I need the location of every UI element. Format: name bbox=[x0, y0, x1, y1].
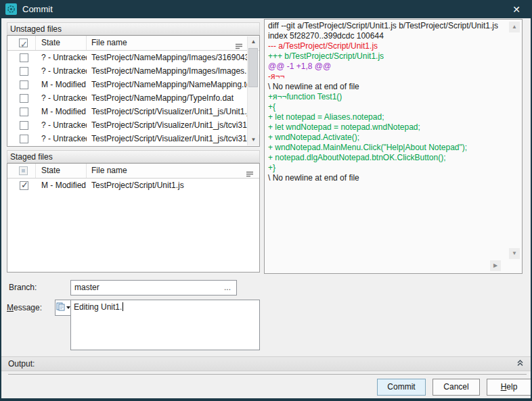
file-state: ? - Untracked bbox=[36, 93, 87, 103]
sort-icon[interactable] bbox=[236, 40, 243, 54]
select-all-checkbox[interactable] bbox=[19, 166, 28, 175]
table-row[interactable]: M - ModifiedTestProject/Script/Visualize… bbox=[7, 105, 247, 118]
diff-line: --- a/TestProject/Script/Unit1.js bbox=[268, 41, 518, 51]
diff-line: + wndNotepad.MainMenu.Click("Help|About … bbox=[268, 143, 518, 153]
file-name: TestProject/Script/Visualizer/Unit1_js/t… bbox=[87, 134, 247, 143]
chevron-down-icon bbox=[66, 306, 70, 309]
column-header-state[interactable]: State bbox=[36, 36, 87, 50]
diff-line: + wndNotepad.Activate(); bbox=[268, 133, 518, 143]
branch-value: master bbox=[74, 281, 99, 295]
sort-icon[interactable] bbox=[246, 168, 254, 182]
file-name: TestProject/NameMapping/TypeInfo.dat bbox=[87, 93, 247, 103]
message-template-button[interactable] bbox=[55, 300, 71, 316]
diff-line: +я¬¬function Test1() bbox=[268, 92, 518, 102]
staged-section-label: Staged files bbox=[7, 150, 260, 163]
file-name: TestProject/Script/Visualizer/Unit1_js/t… bbox=[87, 120, 247, 130]
diff-line: \ No newline at end of file bbox=[268, 173, 518, 183]
divider bbox=[8, 374, 527, 375]
file-state: M - Modified bbox=[36, 181, 87, 190]
collapse-chevron-icon[interactable] bbox=[516, 359, 524, 369]
column-header-file[interactable]: File name bbox=[87, 36, 259, 50]
row-checkbox[interactable] bbox=[20, 80, 28, 89]
row-checkbox[interactable] bbox=[20, 108, 28, 116]
file-state: M - Modified bbox=[36, 80, 87, 89]
diff-scroll-right-icon[interactable]: ▶ bbox=[490, 260, 501, 271]
table-row[interactable]: ? - UntrackedTestProject/Script/Visualiz… bbox=[7, 118, 247, 132]
diff-line: + notepad.dlgAboutNotepad.btnOK.ClickBut… bbox=[268, 153, 518, 163]
diff-scroll-down-icon[interactable]: ▼ bbox=[509, 248, 520, 259]
table-row[interactable]: M - ModifiedTestProject/NameMapping/Name… bbox=[7, 78, 247, 91]
table-row[interactable]: ? - UntrackedTestProject/NameMapping/Typ… bbox=[7, 91, 247, 105]
help-button[interactable]: Help bbox=[487, 379, 531, 396]
unstaged-section-label: Unstaged files bbox=[7, 22, 260, 35]
row-checkbox[interactable] bbox=[20, 53, 28, 62]
window-title: Commit bbox=[22, 4, 53, 14]
row-checkbox[interactable] bbox=[20, 135, 28, 143]
row-checkbox[interactable] bbox=[20, 67, 28, 76]
file-state: ? - Untracked bbox=[36, 66, 87, 76]
output-section-header[interactable]: Output: bbox=[1, 356, 531, 371]
table-row[interactable]: M - ModifiedTestProject/Script/Unit1.js bbox=[7, 179, 259, 192]
table-row[interactable]: ? - UntrackedTestProject/NameMapping/Ima… bbox=[7, 64, 247, 78]
scrollbar-thumb[interactable] bbox=[248, 48, 258, 87]
text-caret bbox=[123, 302, 123, 311]
title-bar: Commit ✕ bbox=[0, 0, 532, 18]
diff-viewer[interactable]: diff --git a/TestProject/Script/Unit1.js… bbox=[264, 19, 523, 274]
column-header-file[interactable]: File name bbox=[87, 164, 259, 178]
file-name: TestProject/Script/Visualizer/Unit1_js/U… bbox=[87, 107, 247, 116]
unstaged-files-table: State File name ? - UntrackedTestProject… bbox=[7, 35, 260, 147]
file-name: TestProject/NameMapping/NameMapping.tcNM bbox=[87, 80, 247, 89]
table-row[interactable]: ? - UntrackedTestProject/Script/Visualiz… bbox=[7, 132, 247, 145]
column-header-state[interactable]: State bbox=[36, 164, 87, 178]
diff-line: +} bbox=[268, 163, 518, 173]
diff-line: +{ bbox=[268, 102, 518, 112]
staged-table-header: State File name bbox=[7, 164, 259, 179]
staged-files-table: State File name M - ModifiedTestProject/… bbox=[7, 163, 260, 273]
row-checkbox[interactable] bbox=[20, 121, 28, 130]
message-value: Editing Unit1. bbox=[74, 302, 122, 312]
diff-line: \ No newline at end of file bbox=[268, 82, 518, 92]
unstaged-scrollbar[interactable]: ▲ ▼ bbox=[247, 37, 259, 145]
commit-button[interactable]: Commit bbox=[377, 379, 426, 396]
staged-table-body: M - ModifiedTestProject/Script/Unit1.js bbox=[7, 179, 259, 192]
unstaged-table-header: State File name bbox=[7, 36, 259, 51]
cancel-button[interactable]: Cancel bbox=[433, 379, 480, 396]
file-state: ? - Untracked bbox=[36, 53, 87, 62]
diff-lines: diff --git a/TestProject/Script/Unit1.js… bbox=[268, 21, 518, 183]
file-state: M - Modified bbox=[36, 107, 87, 116]
diff-line: diff --git a/TestProject/Script/Unit1.js… bbox=[268, 21, 518, 31]
diff-line: index 5f28270..399dcdc 100644 bbox=[268, 31, 518, 41]
close-icon[interactable]: ✕ bbox=[506, 4, 527, 15]
diff-scroll-up-icon[interactable]: ▲ bbox=[509, 22, 520, 32]
diff-line: @@ -1 +1,8 @@ bbox=[268, 62, 518, 72]
row-checkbox[interactable] bbox=[20, 181, 28, 190]
diff-line: +++ b/TestProject/Script/Unit1.js bbox=[268, 51, 518, 62]
select-all-checkbox[interactable] bbox=[19, 39, 28, 47]
scroll-up-icon[interactable]: ▲ bbox=[248, 37, 259, 47]
row-checkbox[interactable] bbox=[20, 94, 28, 103]
output-label: Output: bbox=[8, 359, 35, 369]
diff-line: -я¬¬ bbox=[268, 72, 518, 82]
file-name: TestProject/NameMapping/Images/Images.NM… bbox=[87, 66, 247, 76]
diff-line: + let wndNotepad = notepad.wndNotepad; bbox=[268, 122, 518, 133]
file-state: ? - Untracked bbox=[36, 134, 87, 143]
app-logo-icon bbox=[5, 3, 17, 15]
file-state: ? - Untracked bbox=[36, 120, 87, 130]
branch-label: Branch: bbox=[9, 283, 62, 292]
diff-line: + let notepad = Aliases.notepad; bbox=[268, 112, 518, 122]
file-name: TestProject/Script/Unit1.js bbox=[87, 181, 259, 190]
table-row[interactable]: ? - UntrackedTestProject/NameMapping/Ima… bbox=[7, 51, 247, 64]
branch-input[interactable]: master ... bbox=[70, 280, 237, 296]
file-name: TestProject/NameMapping/Images/316904328… bbox=[87, 53, 247, 62]
branch-browse-button[interactable]: ... bbox=[219, 281, 236, 295]
message-label: Message: bbox=[7, 303, 60, 312]
message-input[interactable]: Editing Unit1. bbox=[70, 300, 260, 350]
scroll-down-icon[interactable]: ▼ bbox=[248, 135, 259, 145]
unstaged-table-body: ? - UntrackedTestProject/NameMapping/Ima… bbox=[7, 51, 247, 145]
paste-icon bbox=[56, 302, 65, 313]
